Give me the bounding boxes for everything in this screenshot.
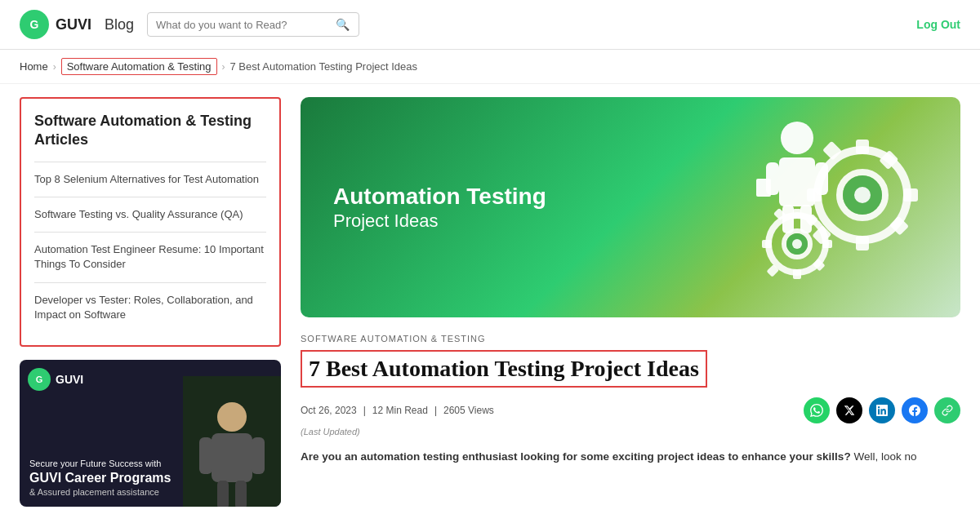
sidebar-item-1[interactable]: Top 8 Selenium Alternatives for Test Aut… — [34, 162, 266, 197]
sidebar-ad-logo: G GUVI — [28, 368, 83, 391]
blog-label: Blog — [105, 16, 134, 33]
sep-2: | — [434, 405, 437, 416]
share-facebook-button[interactable] — [902, 397, 928, 423]
article-intro-bold: Are you an automation testing enthusiast… — [301, 450, 851, 463]
share-link-button[interactable] — [934, 397, 960, 423]
svg-rect-23 — [822, 240, 832, 248]
breadcrumb-home[interactable]: Home — [20, 60, 48, 73]
article-title: 7 Best Automation Testing Project Ideas — [309, 356, 699, 381]
share-icons — [804, 397, 960, 423]
article-intro: Are you an automation testing enthusiast… — [301, 448, 960, 466]
hero-banner: Automation Testing Project Ideas — [301, 97, 960, 317]
article-title-box: 7 Best Automation Testing Project Ideas — [301, 350, 707, 388]
search-input[interactable] — [156, 19, 336, 31]
share-twitter-button[interactable] — [836, 397, 862, 423]
logo-text: GUVI — [56, 16, 91, 33]
hero-text: Automation Testing Project Ideas — [333, 183, 546, 232]
svg-rect-3 — [199, 437, 212, 474]
svg-rect-6 — [235, 481, 247, 507]
hero-graphic — [748, 113, 928, 301]
search-button[interactable]: 🔍 — [336, 18, 350, 31]
sidebar-articles-box: Software Automation & Testing Articles T… — [20, 97, 281, 347]
logo-icon: G — [20, 10, 49, 39]
svg-point-1 — [217, 402, 247, 432]
sidebar-item-3[interactable]: Automation Test Engineer Resume: 10 Impo… — [34, 232, 266, 281]
svg-rect-36 — [782, 205, 794, 233]
sidebar-ad-headline: Secure your Future Success with — [29, 458, 175, 469]
sidebar-ad-logo-icon: G — [28, 368, 51, 391]
svg-rect-32 — [779, 157, 815, 206]
sep-1: | — [363, 405, 366, 416]
sidebar-ad-logo-text: GUVI — [56, 373, 83, 386]
svg-rect-35 — [815, 162, 828, 195]
svg-rect-22 — [793, 269, 801, 279]
article-last-updated: (Last Updated) — [301, 427, 960, 437]
article-section: SOFTWARE AUTOMATION & TESTING 7 Best Aut… — [301, 334, 960, 465]
svg-rect-9 — [856, 140, 869, 154]
svg-point-18 — [854, 187, 871, 203]
svg-rect-2 — [212, 433, 252, 482]
article-read-time: 12 Min Read — [372, 405, 428, 416]
svg-rect-21 — [793, 209, 801, 219]
svg-rect-4 — [252, 437, 265, 474]
header: G GUVI Blog 🔍 Log Out — [0, 0, 980, 50]
sidebar-ad-title: GUVI Career Programs — [29, 470, 175, 485]
sidebar-item-4[interactable]: Developer vs Tester: Roles, Collaboratio… — [34, 282, 266, 332]
breadcrumb-category[interactable]: Software Automation & Testing — [61, 58, 217, 75]
svg-point-30 — [792, 239, 802, 249]
svg-rect-5 — [217, 481, 229, 507]
hero-main-title: Automation Testing — [333, 183, 546, 211]
breadcrumb-current: 7 Best Automation Testing Project Ideas — [230, 60, 418, 73]
svg-rect-11 — [903, 188, 918, 202]
sidebar-title: Software Automation & Testing Articles — [34, 112, 266, 150]
search-bar[interactable]: 🔍 — [147, 12, 359, 37]
sidebar-item-2[interactable]: Software Testing vs. Quality Assurance (… — [34, 197, 266, 232]
sidebar-ad[interactable]: G GUVI Secure your Future Success with G… — [20, 360, 281, 507]
logo[interactable]: G GUVI — [20, 10, 91, 39]
right-content: Automation Testing Project Ideas — [301, 97, 960, 507]
article-intro-rest: Well, look no — [851, 450, 917, 463]
sidebar-ad-sub: & Assured placement assistance — [29, 487, 175, 497]
sidebar-ad-image — [183, 376, 281, 507]
svg-rect-10 — [856, 236, 869, 250]
breadcrumb-sep-1: › — [53, 61, 56, 73]
hero-sub-title: Project Ideas — [333, 211, 546, 232]
meta-row: Oct 26, 2023 | 12 Min Read | 2605 Views — [301, 397, 960, 423]
svg-rect-37 — [800, 205, 812, 233]
main-content: Software Automation & Testing Articles T… — [0, 84, 980, 520]
svg-rect-24 — [762, 240, 772, 248]
sidebar: Software Automation & Testing Articles T… — [20, 97, 281, 507]
meta-left: Oct 26, 2023 | 12 Min Read | 2605 Views — [301, 405, 494, 416]
logout-button[interactable]: Log Out — [916, 18, 960, 31]
article-date: Oct 26, 2023 — [301, 405, 357, 416]
svg-point-31 — [781, 122, 813, 154]
share-whatsapp-button[interactable] — [804, 397, 830, 423]
share-linkedin-button[interactable] — [869, 397, 895, 423]
article-views: 2605 Views — [443, 405, 494, 416]
svg-rect-34 — [756, 179, 771, 197]
breadcrumb-sep-2: › — [222, 61, 225, 73]
breadcrumb: Home › Software Automation & Testing › 7… — [0, 50, 980, 84]
article-category: SOFTWARE AUTOMATION & TESTING — [301, 334, 960, 343]
